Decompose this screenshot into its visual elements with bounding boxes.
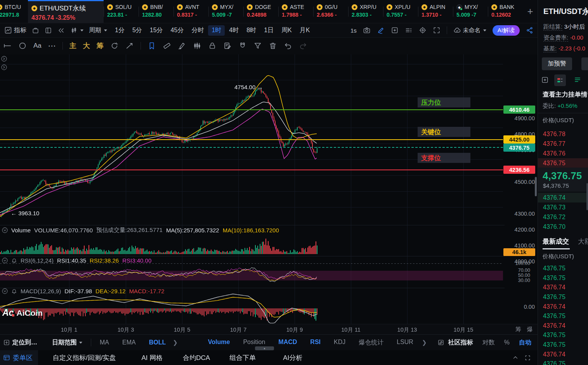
coin-tab[interactable]: ◆ SOL/U 223.81 - <box>104 0 139 23</box>
filter-icon[interactable] <box>253 42 262 50</box>
panel-drag-handle[interactable]: ▲ <box>255 346 274 350</box>
chips-toggle[interactable]: 筹 <box>97 41 104 50</box>
edit-indicator-icon[interactable] <box>437 339 444 346</box>
indicator-toggle-button[interactable]: Position <box>243 339 265 347</box>
bid-row[interactable]: 4376.74 <box>538 193 588 202</box>
indicator-toggle-button[interactable]: KDJ <box>334 339 345 347</box>
layout-name-button[interactable]: 未命名 <box>453 25 486 36</box>
trade-row[interactable]: 4376.75 <box>538 340 588 350</box>
coin-tab[interactable]: ◆ MYX/ 5.009 -7 <box>453 0 488 23</box>
magnet-icon[interactable] <box>238 42 247 50</box>
locate-button[interactable]: 定位到… <box>3 339 37 347</box>
resistance-label[interactable]: 压力位 <box>418 97 470 107</box>
sidebar-scrollbar[interactable] <box>586 183 588 210</box>
chevron-right-icon[interactable]: ❯ <box>422 339 427 346</box>
period-button[interactable]: 周K <box>278 25 295 36</box>
coin-tab[interactable]: ◆ 0G/U 2.6366 - <box>313 0 348 23</box>
coin-tab[interactable]: ◆ BANK 0.12602 <box>488 0 523 23</box>
support-label[interactable]: 支撑位 <box>418 153 470 163</box>
refresh-icon[interactable] <box>110 42 119 50</box>
trade-row[interactable]: 4376.75 <box>538 264 588 273</box>
depth-list-icon[interactable] <box>574 76 581 84</box>
indicator-toggle-button[interactable]: RSI <box>310 339 321 347</box>
add-panel-icon[interactable] <box>541 76 549 84</box>
trade-row[interactable]: 4376.74 <box>538 302 588 311</box>
indicator-toggle-button[interactable]: LSUR <box>397 339 413 347</box>
brush-tool[interactable] <box>178 42 186 50</box>
tab-ai-grid[interactable]: AI 网格 <box>141 353 163 362</box>
add-window-icon[interactable] <box>391 26 399 34</box>
trade-row[interactable]: 4376.74 <box>538 321 588 331</box>
redo-icon[interactable] <box>299 42 307 50</box>
draw-pencil-icon[interactable] <box>377 26 385 34</box>
lock-icon[interactable] <box>208 42 217 50</box>
time-axis[interactable]: 10月 110月 310月 510月 710月 910月 1110月 1310月… <box>0 324 538 334</box>
key-level-label[interactable]: 关键位 <box>418 127 470 137</box>
period-button[interactable]: 4时 <box>225 25 242 36</box>
add-watchlist-button[interactable]: 加 <box>581 57 588 70</box>
ask-row[interactable]: 4376.77 <box>538 139 588 149</box>
pane-collapse-icon[interactable] <box>2 288 8 294</box>
tab-combo-order[interactable]: 组合下单 <box>229 353 256 362</box>
expand-window-icon[interactable] <box>524 355 531 361</box>
chip-distribution-toggle[interactable]: 筹 <box>515 326 521 333</box>
period-menu-button[interactable]: 周期 <box>86 25 110 36</box>
period-button[interactable]: 45分 <box>167 25 187 36</box>
gear-icon[interactable] <box>419 26 427 34</box>
coin-tab[interactable]: ◆ XRP/U 2.8303 - <box>348 0 383 23</box>
trade-row[interactable]: 4376.74 <box>538 283 588 292</box>
eraser-tool[interactable] <box>163 42 171 50</box>
coin-tab[interactable]: ◆ MYX/ 5.009 -7 <box>208 0 243 23</box>
alert-bell-icon[interactable] <box>11 288 17 294</box>
indicator-button[interactable]: 指标 <box>2 25 29 36</box>
trade-row[interactable]: 4376.75 <box>538 359 588 365</box>
compare-button[interactable] <box>29 25 42 36</box>
text-tool[interactable]: Aa <box>33 42 42 50</box>
coin-tab[interactable]: ◆ XPL/U 0.7557 - <box>383 0 418 23</box>
trend-line-tool[interactable] <box>3 42 12 50</box>
coin-tab[interactable]: ◆ ALPIN 1.3710 - <box>418 0 453 23</box>
coin-tab[interactable]: ◆ DOGE 0.24898 <box>243 0 278 23</box>
coin-tab[interactable]: ◆ ASTE 1.7988 - <box>278 0 313 23</box>
indicator-toggle-button[interactable]: Volume <box>208 339 230 347</box>
tab-ai-analysis[interactable]: AI分析 <box>283 353 302 362</box>
fullscreen-icon[interactable] <box>433 26 441 34</box>
overlay-button[interactable]: EMA <box>122 339 136 346</box>
list-settings-icon[interactable] <box>405 26 413 34</box>
camera-icon[interactable] <box>363 26 371 34</box>
period-button[interactable]: 1日 <box>260 25 277 36</box>
coin-tab[interactable]: ◆ ETH/USDT永续 4376.74 -3.25% <box>28 0 104 23</box>
period-button[interactable]: 1分 <box>111 25 128 36</box>
speed-label[interactable]: 1s <box>350 27 357 34</box>
indicator-toggle-button[interactable]: MACD <box>278 339 297 347</box>
period-button[interactable]: 月K <box>296 25 314 36</box>
candle-style-button[interactable] <box>68 25 86 36</box>
ask-row[interactable]: 4376.75 <box>538 158 588 168</box>
pane-collapse-icon[interactable] <box>1 64 7 70</box>
pane-collapse-icon[interactable] <box>2 258 8 263</box>
tab-contract-dca[interactable]: 合约DCA <box>183 353 210 362</box>
view-main-orders-link[interactable]: 查看主力挂单情 <box>543 90 588 99</box>
replay-button[interactable] <box>55 25 68 36</box>
bid-row[interactable]: 4376.72 <box>538 212 588 222</box>
large-order-toggle[interactable]: 大 <box>83 41 90 50</box>
chevron-right-icon[interactable]: ❯ <box>173 339 178 346</box>
trend-arrow-tool[interactable] <box>125 42 134 50</box>
period-button[interactable]: 分时 <box>188 25 207 36</box>
pane-collapse-icon[interactable] <box>2 227 8 233</box>
add-alert-button[interactable]: 加预警 <box>542 57 572 70</box>
trade-row[interactable]: 4376.75 <box>538 311 588 321</box>
bookmark-icon[interactable] <box>147 42 156 50</box>
last-price-block[interactable]: 4,376.75 $4,376.75 <box>538 168 588 192</box>
tab-large-trades[interactable]: 大额 <box>578 237 588 246</box>
ask-row[interactable]: 4376.78 <box>538 129 588 139</box>
auto-scale-button[interactable]: 自动 <box>519 339 531 347</box>
main-chart-toggle[interactable]: 主 <box>69 41 76 50</box>
period-button[interactable]: 15分 <box>146 25 167 36</box>
date-range-button[interactable]: 日期范围 <box>52 339 82 347</box>
layout-button[interactable] <box>42 25 55 36</box>
support-line[interactable] <box>0 170 503 170</box>
pane-collapse-icon[interactable] <box>1 56 7 62</box>
overlay-button[interactable]: MA <box>100 339 109 346</box>
tab-custom-indicators[interactable]: 自定义指标/回测/实盘 <box>53 353 116 362</box>
